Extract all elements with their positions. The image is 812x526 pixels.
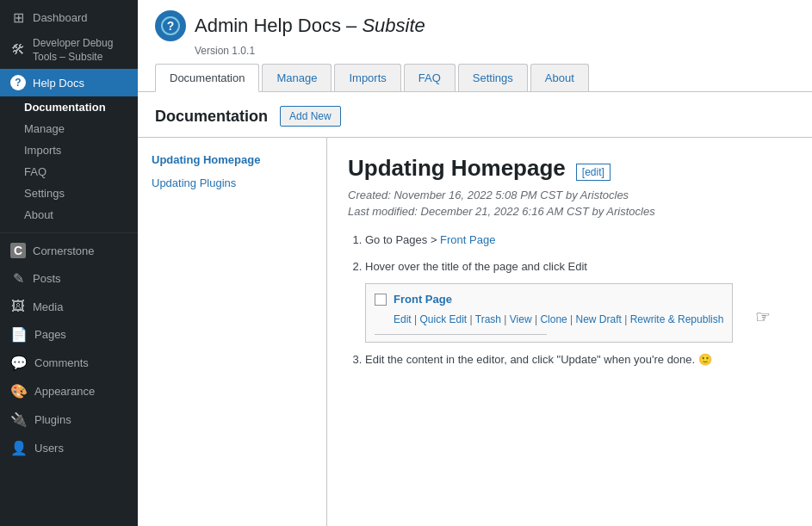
sidebar-item-comments[interactable]: 💬 Comments	[0, 349, 138, 377]
fp-edit-link[interactable]: Edit	[394, 313, 412, 325]
step-3: Edit the content in the editor, and clic…	[365, 351, 791, 369]
sidebar-item-label: Comments	[34, 356, 89, 369]
plugin-tabs: Documentation Manage Imports FAQ Setting…	[155, 64, 795, 91]
dashboard-icon: ⊞	[10, 9, 26, 26]
sidebar-item-label: Developer Debug Tools – Subsite	[33, 37, 127, 64]
detail-created: Created: November 16, 2022 5:08 PM CST b…	[348, 189, 791, 201]
help-docs-icon: ?	[10, 75, 26, 90]
sidebar-item-label: Help Docs	[33, 77, 84, 90]
docs-panels: Updating Homepage Updating Plugins Updat…	[138, 138, 812, 526]
tab-documentation[interactable]: Documentation	[155, 64, 259, 92]
front-page-checkbox[interactable]	[375, 294, 387, 306]
sidebar-item-help-docs[interactable]: ? Help Docs	[0, 69, 138, 96]
plugins-icon: 🔌	[10, 412, 28, 428]
fp-clone-link[interactable]: Clone	[540, 313, 567, 325]
front-page-row: Front Page Edit | Quick Edit | Trash | V…	[365, 283, 733, 343]
users-icon: 👤	[10, 440, 28, 456]
plugin-icon: ?	[155, 10, 186, 41]
fp-view-link[interactable]: View	[510, 313, 532, 325]
sidebar: ⊞ Dashboard 🛠 Developer Debug Tools – Su…	[0, 0, 138, 526]
tab-about[interactable]: About	[530, 64, 589, 91]
sidebar-subitem-settings[interactable]: Settings	[0, 183, 138, 204]
sidebar-item-label: Posts	[33, 272, 61, 285]
doc-link-updating-plugins[interactable]: Updating Plugins	[138, 171, 326, 195]
fp-trash-link[interactable]: Trash	[475, 313, 501, 325]
pages-icon: 📄	[10, 326, 28, 343]
sidebar-item-label: Appearance	[34, 385, 95, 398]
step-2-text: Hover over the title of the page and cli…	[365, 260, 587, 273]
sidebar-item-label: Dashboard	[33, 11, 88, 24]
fp-new-draft-link[interactable]: New Draft	[576, 313, 622, 325]
sidebar-item-developer-debug[interactable]: 🛠 Developer Debug Tools – Subsite	[0, 32, 138, 69]
sidebar-subitem-manage[interactable]: Manage	[0, 118, 138, 139]
cornerstone-icon: C	[10, 243, 26, 258]
posts-icon: ✎	[10, 270, 26, 287]
front-page-title: Front Page	[394, 291, 452, 309]
cursor-hand-icon: ☞	[755, 303, 771, 331]
step-1-link[interactable]: Front Page	[440, 233, 495, 246]
tab-faq[interactable]: FAQ	[404, 64, 456, 91]
docs-header: Documentation Add New	[138, 92, 812, 138]
sidebar-item-label: Media	[33, 300, 63, 313]
sidebar-item-dashboard[interactable]: ⊞ Dashboard	[0, 3, 138, 32]
add-new-button[interactable]: Add New	[280, 106, 341, 127]
svg-text:?: ?	[167, 19, 175, 33]
sidebar-item-media[interactable]: 🖼 Media	[0, 293, 138, 320]
sidebar-subitem-about[interactable]: About	[0, 204, 138, 226]
sidebar-item-users[interactable]: 👤 Users	[0, 434, 138, 462]
fp-quick-edit-link[interactable]: Quick Edit	[419, 313, 467, 325]
appearance-icon: 🎨	[10, 383, 28, 399]
plugin-version: Version 1.0.1	[195, 45, 795, 57]
tab-manage[interactable]: Manage	[262, 64, 332, 91]
detail-edit-link[interactable]: [edit]	[576, 164, 611, 181]
sidebar-item-plugins[interactable]: 🔌 Plugins	[0, 405, 138, 434]
doc-link-updating-homepage[interactable]: Updating Homepage	[138, 148, 326, 171]
sidebar-item-label: Plugins	[34, 413, 71, 426]
sidebar-item-posts[interactable]: ✎ Posts	[0, 264, 138, 293]
plugin-header: ? Admin Help Docs – Subsite Version 1.0.…	[138, 0, 812, 92]
docs-section-title: Documentation	[155, 108, 268, 126]
developer-icon: 🛠	[10, 41, 26, 59]
tab-settings[interactable]: Settings	[458, 64, 528, 91]
fp-rewrite-republish-link[interactable]: Rewrite & Republish	[630, 313, 724, 325]
sidebar-subitem-faq[interactable]: FAQ	[0, 161, 138, 183]
detail-content: Go to Pages > Front Page Hover over the …	[348, 232, 791, 368]
sidebar-item-label: Cornerstone	[33, 244, 95, 257]
sidebar-item-pages[interactable]: 📄 Pages	[0, 320, 138, 349]
step-2: Hover over the title of the page and cli…	[365, 258, 791, 343]
step-1: Go to Pages > Front Page	[365, 232, 791, 250]
sidebar-subitem-documentation[interactable]: Documentation	[0, 96, 138, 118]
plugin-title: Admin Help Docs – Subsite	[195, 15, 425, 37]
main-content: ? Admin Help Docs – Subsite Version 1.0.…	[138, 0, 812, 526]
sidebar-subitem-imports[interactable]: Imports	[0, 139, 138, 161]
detail-modified: Last modified: December 21, 2022 6:16 AM…	[348, 205, 791, 218]
media-icon: 🖼	[10, 299, 26, 314]
fp-separator	[375, 334, 547, 335]
step-1-prefix: Go to Pages >	[365, 233, 440, 246]
docs-list-panel: Updating Homepage Updating Plugins	[138, 138, 327, 526]
sidebar-item-appearance[interactable]: 🎨 Appearance	[0, 377, 138, 405]
sidebar-item-label: Pages	[34, 328, 66, 341]
detail-title: Updating Homepage	[348, 155, 566, 182]
sidebar-item-cornerstone[interactable]: C Cornerstone	[0, 237, 138, 264]
docs-detail-panel: Updating Homepage [edit] Created: Novemb…	[327, 138, 812, 526]
comments-icon: 💬	[10, 355, 28, 371]
front-page-actions: Edit | Quick Edit | Trash | View | Clone…	[394, 312, 723, 328]
sidebar-item-label: Users	[34, 442, 64, 455]
step-3-text: Edit the content in the editor, and clic…	[365, 353, 712, 366]
tab-imports[interactable]: Imports	[334, 64, 400, 91]
